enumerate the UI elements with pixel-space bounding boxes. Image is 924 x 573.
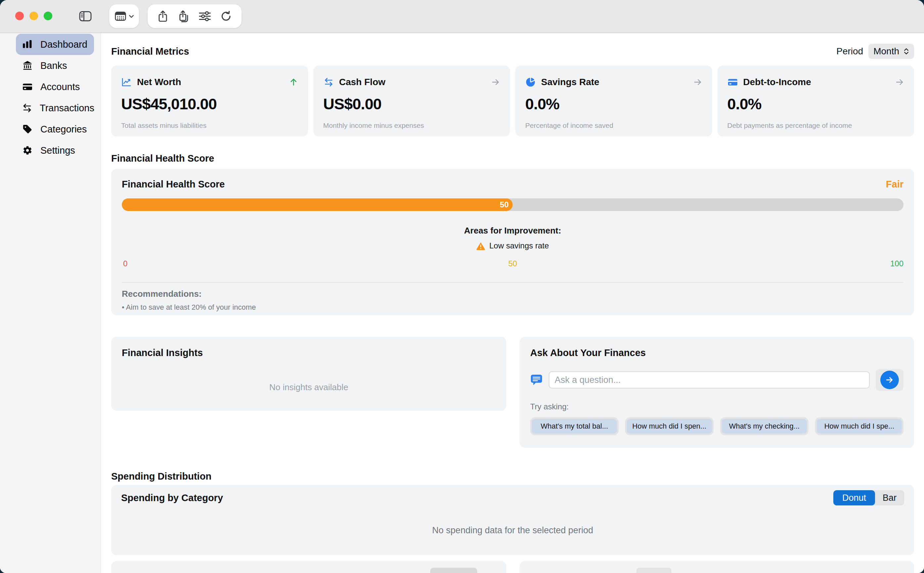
metric-description: Monthly income minus expenses [323,122,500,130]
spending-card-title: Spending by Category [121,493,223,503]
toggle-donut-button[interactable]: Donut [833,490,875,506]
metrics-row: Net Worth US$45,010.00 Total assets minu… [111,66,914,136]
metric-title: Net Worth [137,77,181,88]
sidebar-item-label: Accounts [41,81,80,92]
sidebar-toggle-button[interactable] [78,9,93,23]
metric-description: Total assets minus liabilities [121,122,298,130]
health-progress-track: 50 [122,199,904,211]
sidebar-item-transactions[interactable]: Transactions [16,97,94,119]
insights-card: Financial Insights No insights available [111,337,506,411]
sidebar-item-label: Categories [41,124,87,135]
minimize-button[interactable] [30,12,38,20]
health-rating-badge: Fair [886,179,904,190]
window-toolbar [0,0,924,33]
period-select[interactable]: Month [868,44,914,59]
sidebar-item-accounts[interactable]: Accounts [16,76,94,97]
chart-type-toggle: Donut Bar [833,490,904,506]
metric-card-savings-rate[interactable]: Savings Rate 0.0% Percentage of income s… [515,66,712,136]
arrow-right-icon [491,78,500,87]
metric-description: Debt payments as percentage of income [727,122,904,130]
warning-triangle-icon [476,242,485,250]
suggestion-chip[interactable]: How much did I spen... [625,417,713,435]
toggle-bar-button[interactable]: Bar [875,490,904,506]
metric-value: 0.0% [525,95,702,113]
metric-title: Cash Flow [339,77,386,88]
health-score-value: 50 [500,200,509,209]
metric-description: Percentage of income saved [525,122,702,130]
arrow-right-icon [693,78,702,87]
insights-title: Financial Insights [122,348,496,359]
recommendation-item: • Aim to save at least 20% of your incom… [122,303,904,312]
pie-chart-icon [525,77,536,88]
metric-card-net-worth[interactable]: Net Worth US$45,010.00 Total assets minu… [111,66,308,136]
divider [122,282,904,283]
app-window: Dashboard Banks [0,0,924,573]
view-switcher-button[interactable] [109,4,139,28]
area-item: Low savings rate [122,241,904,250]
gear-icon [22,146,33,155]
spending-empty-message: No spending data for the selected period [121,525,904,535]
line-chart-icon [121,77,132,88]
bank-icon [22,60,33,71]
suggestion-chip-label: How much did I spe... [817,419,902,434]
duplicate-share-button[interactable] [177,9,190,23]
metric-card-cash-flow[interactable]: Cash Flow US$0.00 Monthly income minus e… [314,66,510,136]
recommendations-title: Recommendations: [122,289,904,299]
metric-value: 0.0% [727,95,904,113]
suggestion-chip-label: How much did I spen... [627,419,712,434]
scale-mid: 50 [508,259,517,268]
partial-control[interactable] [637,568,671,573]
sidebar-item-categories[interactable]: Categories [16,119,94,140]
sidebar-item-dashboard[interactable]: Dashboard [16,34,94,55]
chevron-up-down-icon [904,47,909,56]
bar-chart-icon [22,39,33,49]
arrow-right-icon [895,78,904,87]
chat-bubble-icon [530,374,543,386]
send-button-well [876,369,904,391]
health-progress-fill: 50 [122,199,513,211]
chevron-down-icon [129,14,134,18]
ask-question-input[interactable] [549,371,870,388]
arrow-up-icon [289,78,298,87]
health-scale: 0 50 100 [122,259,904,269]
refresh-button[interactable] [220,10,232,22]
ask-title: Ask About Your Finances [530,348,904,359]
credit-card-icon [22,81,33,92]
partial-card-left [111,561,506,573]
suggestion-chip[interactable]: What's my checking... [720,417,808,435]
health-score-card: Financial Health Score Fair 50 Areas for… [111,169,914,315]
sidebar-item-label: Transactions [40,103,94,114]
spending-card: Spending by Category Donut Bar No spendi… [111,485,914,555]
metric-title: Debt-to-Income [743,77,811,88]
share-button[interactable] [157,9,169,23]
transfer-arrows-icon [323,77,334,88]
zoom-button[interactable] [44,12,52,20]
metric-value: US$0.00 [323,95,500,113]
tag-icon [22,124,33,134]
sidebar-item-label: Banks [41,60,67,71]
suggestion-chip[interactable]: What's my total bal... [530,417,618,435]
suggestion-chip[interactable]: How much did I spe... [815,417,904,435]
table-view-icon [114,11,126,22]
send-button[interactable] [880,371,899,389]
spending-section-label: Spending Distribution [111,471,914,482]
main-content: Financial Metrics Period Month [101,33,924,573]
metric-card-debt-to-income[interactable]: Debt-to-Income 0.0% Debt payments as per… [718,66,915,136]
partial-card-right [520,561,914,573]
suggestion-chip-label: What's my checking... [722,419,807,434]
credit-card-icon [727,77,738,88]
filters-button[interactable] [198,11,211,22]
transfer-arrows-icon [22,103,33,113]
health-section-label: Financial Health Score [111,153,914,164]
insights-empty-message: No insights available [122,382,496,393]
partial-control[interactable] [430,568,477,573]
sidebar-item-settings[interactable]: Settings [16,140,94,161]
sidebar-item-label: Settings [41,145,75,156]
health-card-title: Financial Health Score [122,179,225,190]
sidebar-item-banks[interactable]: Banks [16,55,94,76]
close-button[interactable] [15,12,24,20]
sidebar-toggle-icon [79,11,92,22]
area-item-label: Low savings rate [489,241,549,250]
suggestion-chip-label: What's my total bal... [532,419,617,434]
sidebar-item-label: Dashboard [41,39,87,50]
